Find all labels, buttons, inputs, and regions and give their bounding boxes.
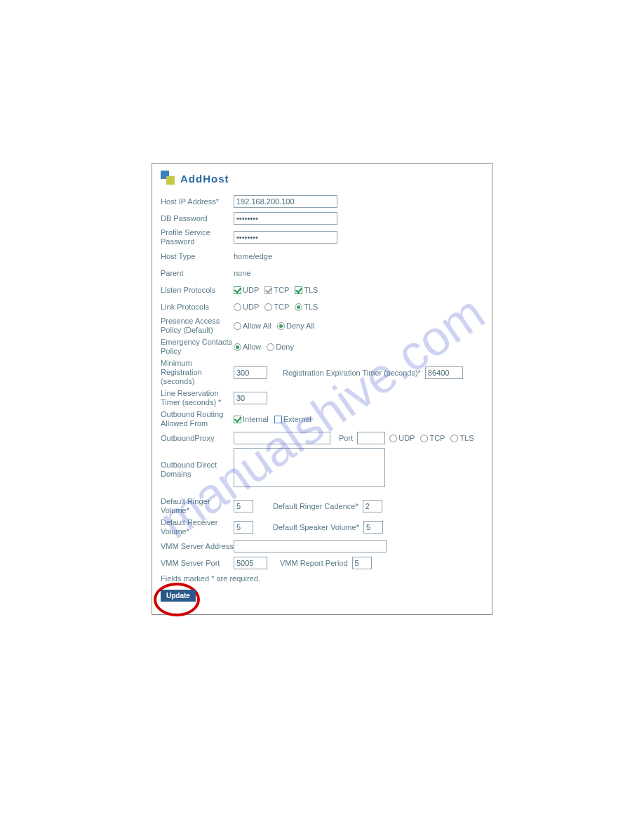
external-checkbox[interactable]: External — [274, 415, 311, 423]
parent-value: none — [234, 269, 250, 277]
host-ip-label: Host IP Address* — [161, 197, 234, 206]
listen-tls-checkbox[interactable]: TLS — [295, 286, 318, 294]
required-note: Fields marked * are required. — [161, 574, 483, 583]
vmm-addr-input[interactable] — [234, 540, 387, 552]
host-ip-input[interactable] — [234, 195, 337, 208]
min-reg-label: Minimum Registration (seconds) — [161, 359, 234, 386]
db-password-input[interactable] — [234, 212, 337, 225]
host-type-label: Host Type — [161, 252, 234, 261]
min-reg-input[interactable] — [234, 366, 267, 379]
vmm-port-label: VMM Server Port — [161, 559, 234, 568]
update-button[interactable]: Update — [161, 590, 196, 602]
link-udp-radio[interactable]: UDP — [234, 303, 259, 311]
page-title: AddHost — [180, 173, 229, 185]
out-direct-textarea[interactable] — [234, 448, 385, 487]
emergency-allow-radio[interactable]: Allow — [234, 343, 261, 351]
profile-password-label: Profile Service Password — [161, 228, 234, 246]
proxy-tcp-radio[interactable]: TCP — [420, 434, 445, 442]
outbound-proxy-label: OutboundProxy — [161, 434, 234, 443]
line-res-input[interactable] — [234, 392, 267, 404]
def-receiver-vol-input[interactable] — [234, 521, 253, 534]
db-password-label: DB Password — [161, 214, 234, 223]
proxy-tls-radio[interactable]: TLS — [450, 434, 474, 442]
proxy-udp-radio[interactable]: UDP — [389, 434, 415, 442]
profile-password-input[interactable] — [234, 231, 337, 244]
presence-deny-all-radio[interactable]: Deny All — [277, 322, 314, 330]
listen-protocols-label: Listen Protocols — [161, 286, 234, 295]
def-receiver-vol-label: Default Receiver Volume* — [161, 518, 234, 536]
vmm-addr-label: VMM Server Address — [161, 542, 234, 551]
vmm-report-input[interactable] — [352, 557, 372, 569]
outbound-proxy-input[interactable] — [234, 432, 330, 444]
presence-allow-all-radio[interactable]: Allow All — [234, 322, 271, 330]
host-type-value: home/edge — [234, 252, 272, 260]
reg-exp-input[interactable] — [425, 366, 463, 379]
add-host-panel: AddHost Host IP Address* DB Password Pro… — [152, 163, 492, 615]
def-speaker-vol-label: Default Speaker Volume* — [273, 523, 359, 531]
def-ringer-vol-label: Default Ringer Volume* — [161, 497, 234, 515]
emergency-label: Emergency Contacts Policy — [161, 338, 234, 356]
def-ringer-cad-label: Default Ringer Cadence* — [273, 502, 358, 510]
link-tls-radio[interactable]: TLS — [295, 303, 318, 311]
link-protocols-label: Link Protocols — [161, 303, 234, 312]
out-direct-label: Outbound Direct Domains — [161, 448, 234, 479]
port-label: Port — [339, 434, 353, 442]
port-input[interactable] — [357, 432, 385, 444]
reg-exp-label: Registration Expiration Timer (seconds)* — [283, 369, 421, 377]
def-speaker-vol-input[interactable] — [363, 521, 383, 534]
presence-policy-label: Presence Access Policy (Default) — [161, 317, 234, 335]
def-ringer-vol-input[interactable] — [234, 500, 253, 512]
vmm-port-input[interactable] — [234, 557, 267, 569]
listen-udp-checkbox[interactable]: UDP — [234, 286, 259, 294]
out-routing-label: Outbound Routing Allowed From — [161, 410, 234, 428]
listen-tcp-checkbox[interactable]: TCP — [264, 286, 289, 294]
vmm-report-label: VMM Report Period — [280, 559, 348, 567]
def-ringer-cad-input[interactable] — [363, 500, 382, 512]
line-res-label: Line Reservation Timer (seconds) * — [161, 389, 234, 407]
link-tcp-radio[interactable]: TCP — [264, 303, 289, 311]
title-row: AddHost — [161, 171, 483, 186]
logo-icon — [161, 171, 176, 186]
internal-checkbox[interactable]: Internal — [234, 415, 269, 423]
emergency-deny-radio[interactable]: Deny — [267, 343, 294, 351]
parent-label: Parent — [161, 269, 234, 278]
